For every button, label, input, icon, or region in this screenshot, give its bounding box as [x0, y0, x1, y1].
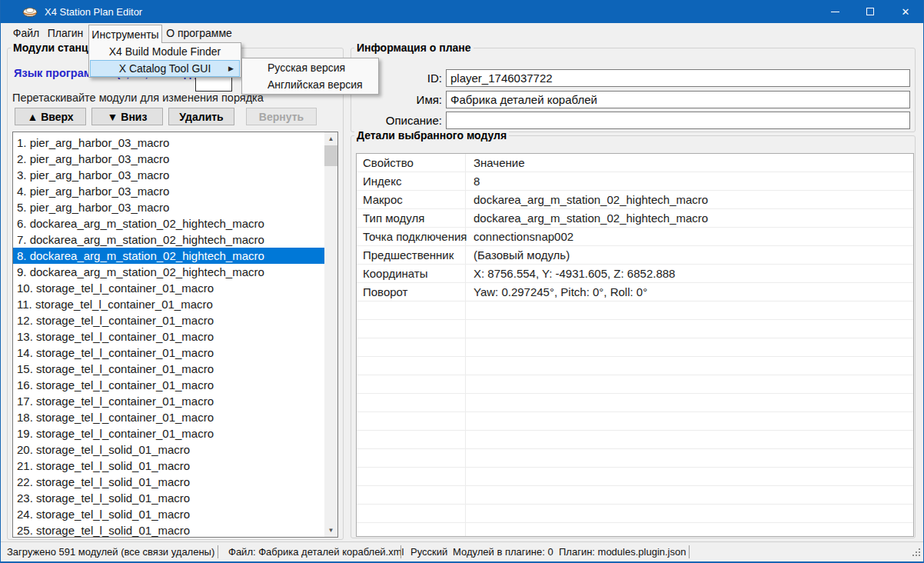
status-separator [401, 545, 401, 558]
id-field[interactable] [446, 69, 910, 87]
cell-property [357, 338, 466, 356]
list-item[interactable]: 15. storage_tel_l_container_01_macro [13, 361, 324, 377]
status-language: Русский [410, 546, 447, 558]
move-up-button[interactable]: ▲ Вверх [15, 108, 86, 125]
table-row[interactable]: Индекс8 [357, 172, 913, 191]
resize-grip-icon[interactable] [911, 547, 921, 559]
cell-property [357, 394, 466, 411]
menu-tools[interactable]: Инструменты [88, 25, 162, 43]
cell-property [357, 468, 466, 485]
table-row[interactable]: Предшественник(Базовый модуль) [357, 246, 913, 265]
minimize-icon[interactable] [817, 0, 853, 23]
cell-value [466, 301, 913, 319]
details-table-body: СвойствоЗначениеИндекс8Макросdockarea_ar… [357, 154, 913, 537]
list-item[interactable]: 6. dockarea_arg_m_station_02_hightech_ma… [13, 215, 324, 232]
submenu-item-russian[interactable]: Русская версия [242, 59, 378, 76]
table-row[interactable]: ПоворотYaw: 0.297245°, Pitch: 0°, Roll: … [357, 283, 913, 301]
app-icon [22, 5, 38, 18]
scrollbar-thumb[interactable] [324, 145, 337, 166]
catalog-submenu: Русская версия Английская версия [241, 58, 379, 95]
table-empty-row[interactable] [357, 320, 913, 338]
cell-property [357, 431, 466, 448]
menu-plugin[interactable]: Плагин [45, 23, 85, 42]
table-empty-row[interactable] [357, 357, 913, 375]
list-item[interactable]: 18. storage_tel_l_container_01_macro [13, 409, 324, 425]
list-item[interactable]: 12. storage_tel_l_container_01_macro [13, 312, 324, 328]
scroll-up-icon[interactable]: ▲ [324, 132, 337, 145]
cell-property [357, 449, 466, 467]
table-row[interactable]: Тип модуляdockarea_arg_m_station_02_high… [357, 209, 913, 228]
list-item[interactable]: 3. pier_arg_harbor_03_macro [13, 167, 324, 183]
status-separator [689, 545, 690, 558]
cell-property [357, 320, 466, 338]
table-empty-row[interactable] [357, 505, 913, 523]
cell-value: 8 [466, 172, 913, 190]
list-item[interactable]: 20. storage_tel_l_solid_01_macro [13, 441, 324, 458]
list-item[interactable]: 19. storage_tel_l_container_01_macro [13, 425, 324, 441]
app-window: X4 Station Plan Editor ✕ Файл Плагин Инс… [0, 0, 924, 563]
window-controls: ✕ [817, 0, 923, 23]
table-empty-row[interactable] [357, 375, 913, 394]
table-empty-row[interactable] [357, 468, 913, 486]
status-bar: Загружено 591 модулей (все связи удалены… [1, 541, 923, 561]
plan-info-group: Информация о плане ID: Имя: Описание: [351, 48, 916, 132]
list-item[interactable]: 23. storage_tel_l_solid_01_macro [13, 490, 324, 506]
menu-file[interactable]: Файл [10, 23, 42, 42]
menu-item-catalog-tool-gui[interactable]: X Catalog Tool GUI ▶ [90, 60, 240, 77]
cell-property: Тип модуля [357, 209, 466, 227]
module-list: 1. pier_arg_harbor_03_macro2. pier_arg_h… [13, 132, 324, 537]
table-row[interactable]: Макросdockarea_arg_m_station_02_hightech… [357, 191, 913, 209]
cell-value [466, 449, 913, 467]
table-empty-row[interactable] [357, 523, 913, 537]
list-item[interactable]: 7. dockarea_arg_m_station_02_hightech_ma… [13, 232, 324, 248]
list-item[interactable]: 8. dockarea_arg_m_station_02_hightech_ma… [13, 248, 324, 264]
list-item[interactable]: 22. storage_tel_l_solid_01_macro [13, 474, 324, 490]
close-icon[interactable]: ✕ [888, 0, 923, 23]
module-list-scrollbar[interactable]: ▲ ▼ [324, 132, 337, 537]
list-item[interactable]: 14. storage_tel_l_container_01_macro [13, 345, 324, 361]
status-plugin-modules: Модулей в плагине: 0 [453, 546, 553, 558]
list-item[interactable]: 1. pier_arg_harbor_03_macro [13, 135, 324, 151]
table-empty-row[interactable] [357, 338, 913, 357]
menu-about[interactable]: О программе [165, 23, 233, 42]
list-item[interactable]: 10. storage_tel_l_container_01_macro [13, 280, 324, 296]
list-item[interactable]: 17. storage_tel_l_container_01_macro [13, 393, 324, 409]
window-title: X4 Station Plan Editor [45, 6, 142, 18]
table-empty-row[interactable] [357, 394, 913, 412]
title-bar[interactable]: X4 Station Plan Editor ✕ [1, 0, 923, 23]
list-item[interactable]: 16. storage_tel_l_container_01_macro [13, 377, 324, 393]
cell-property: Координаты [357, 265, 466, 282]
description-field[interactable] [446, 112, 910, 129]
table-row[interactable]: КоординатыX: 8756.554, Y: -4931.605, Z: … [357, 265, 913, 283]
table-empty-row[interactable] [357, 449, 913, 468]
table-header-row[interactable]: СвойствоЗначение [357, 154, 913, 172]
cell-value [466, 338, 913, 356]
delete-button[interactable]: Удалить [168, 108, 234, 125]
submenu-arrow-icon: ▶ [228, 65, 234, 72]
table-row[interactable]: Точка подключенияconnectionsnap002 [357, 228, 913, 246]
list-item[interactable]: 11. storage_tel_l_container_01_macro [13, 296, 324, 312]
list-item[interactable]: 21. storage_tel_l_solid_01_macro [13, 458, 324, 474]
cell-value [466, 320, 913, 338]
table-empty-row[interactable] [357, 301, 913, 320]
move-down-button[interactable]: ▼ Вниз [91, 108, 163, 125]
list-item[interactable]: 13. storage_tel_l_container_01_macro [13, 328, 324, 345]
cell-value [466, 486, 913, 504]
name-field[interactable] [446, 91, 910, 108]
list-item[interactable]: 9. dockarea_arg_m_station_02_hightech_ma… [13, 264, 324, 280]
scroll-down-icon[interactable]: ▼ [324, 524, 337, 537]
submenu-item-english[interactable]: Английская версия [242, 76, 378, 93]
cell-value [466, 505, 913, 522]
table-empty-row[interactable] [357, 431, 913, 449]
list-item[interactable]: 2. pier_arg_harbor_03_macro [13, 151, 324, 167]
maximize-icon[interactable] [853, 0, 888, 23]
list-item[interactable]: 24. storage_tel_l_solid_01_macro [13, 506, 324, 522]
list-item[interactable]: 4. pier_arg_harbor_03_macro [13, 183, 324, 199]
cell-value: connectionsnap002 [466, 228, 913, 245]
menu-item-build-module-finder[interactable]: X4 Build Module Finder [89, 43, 241, 60]
list-item[interactable]: 25. storage_tel_l_solid_01_macro [13, 522, 324, 537]
cell-property [357, 505, 466, 522]
table-empty-row[interactable] [357, 412, 913, 431]
list-item[interactable]: 5. pier_arg_harbor_03_macro [13, 199, 324, 215]
table-empty-row[interactable] [357, 486, 913, 505]
